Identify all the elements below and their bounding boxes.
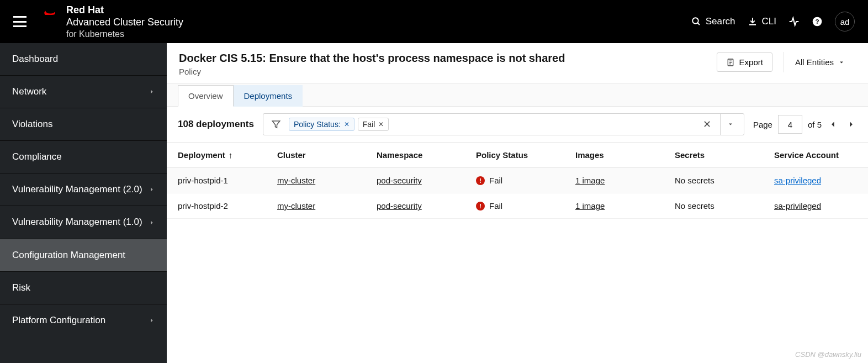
clear-filters-icon[interactable]: ✕ <box>697 118 717 130</box>
svg-text:?: ? <box>815 18 819 25</box>
entities-dropdown[interactable]: All Entities <box>784 52 856 72</box>
status-text: Fail <box>489 176 502 185</box>
sidebar-item-compliance[interactable]: Compliance <box>0 140 167 173</box>
cell-secrets: No secrets <box>675 201 774 211</box>
sidebar-item-dashboard[interactable]: Dashboard <box>0 43 167 75</box>
export-icon <box>726 58 735 67</box>
page-subtitle: Policy <box>179 67 717 76</box>
entities-label: All Entities <box>795 57 834 67</box>
cell-secrets: No secrets <box>675 176 774 185</box>
main-content: Docker CIS 5.15: Ensure that the host's … <box>167 43 868 363</box>
cluster-link[interactable]: my-cluster <box>277 201 315 211</box>
cluster-link[interactable]: my-cluster <box>277 176 315 185</box>
sidebar-item-configuration-management[interactable]: Configuration Management <box>0 239 167 271</box>
sidebar-item-platform-configuration[interactable]: Platform Configuration <box>0 304 167 336</box>
tab-deployments[interactable]: Deployments <box>234 85 303 107</box>
svg-point-1 <box>692 18 698 24</box>
service-account-link[interactable]: sa-privileged <box>774 201 821 211</box>
col-images[interactable]: Images <box>575 150 675 160</box>
download-icon <box>748 17 758 27</box>
deployment-count: 108 deployments <box>178 119 254 130</box>
page-next-icon[interactable] <box>845 120 857 128</box>
table-header: Deployment↑ Cluster Namespace Policy Sta… <box>167 143 868 168</box>
chevron-right-icon <box>149 317 155 324</box>
cell-deployment: priv-hostpid-2 <box>178 201 277 211</box>
search-label: Search <box>706 16 735 27</box>
namespace-link[interactable]: pod-security <box>377 176 422 185</box>
page-total: of 5 <box>808 120 822 129</box>
images-link[interactable]: 1 image <box>575 176 605 185</box>
col-cluster[interactable]: Cluster <box>277 150 377 160</box>
svg-marker-9 <box>272 121 280 128</box>
sidebar-item-vulnerability-management-2-0-[interactable]: Vulnerability Management (2.0) <box>0 173 167 206</box>
remove-chip-icon[interactable]: ✕ <box>378 120 384 128</box>
cell-policy-status: !Fail <box>476 201 575 211</box>
user-avatar[interactable]: ad <box>835 12 855 31</box>
table-row[interactable]: priv-hostpid-1my-clusterpod-security!Fai… <box>167 168 868 193</box>
images-link[interactable]: 1 image <box>575 201 605 211</box>
sidebar-item-label: Vulnerability Management (2.0) <box>12 183 142 196</box>
brand: Red Hat Advanced Cluster Security for Ku… <box>42 4 691 40</box>
service-account-link[interactable]: sa-privileged <box>774 176 821 185</box>
table-row[interactable]: priv-hostpid-2my-clusterpod-security!Fai… <box>167 193 868 219</box>
chevron-right-icon <box>149 186 155 193</box>
sidebar-item-network[interactable]: Network <box>0 75 167 108</box>
col-policy-status[interactable]: Policy Status <box>476 150 575 160</box>
hamburger-menu-icon[interactable] <box>13 16 27 27</box>
page-prev-icon[interactable] <box>827 120 839 128</box>
cell-policy-status: !Fail <box>476 176 575 185</box>
filter-chip-value[interactable]: Fail ✕ <box>358 118 389 131</box>
sidebar-item-label: Dashboard <box>12 53 58 65</box>
cli-label: CLI <box>762 16 776 27</box>
search-button[interactable]: Search <box>691 16 735 27</box>
filter-chip-category[interactable]: Policy Status: ✕ <box>289 118 354 131</box>
deployments-table: Deployment↑ Cluster Namespace Policy Sta… <box>167 143 868 219</box>
col-secrets[interactable]: Secrets <box>675 150 774 160</box>
toolbar: 108 deployments Policy Status: ✕ Fail ✕ … <box>167 107 868 143</box>
sidebar-item-label: Platform Configuration <box>12 314 105 327</box>
col-namespace[interactable]: Namespace <box>377 150 476 160</box>
help-icon[interactable]: ? <box>812 16 823 27</box>
fail-icon: ! <box>476 176 485 185</box>
sidebar-item-violations[interactable]: Violations <box>0 108 167 140</box>
tabs: Overview Deployments <box>167 83 868 107</box>
sidebar-item-vulnerability-management-1-0-[interactable]: Vulnerability Management (1.0) <box>0 206 167 238</box>
cell-deployment: priv-hostpid-1 <box>178 176 277 185</box>
filter-chip-value-label: Fail <box>363 120 375 129</box>
pagination: Page of 5 <box>753 115 857 134</box>
sidebar: DashboardNetworkViolationsComplianceVuln… <box>0 43 167 363</box>
chevron-right-icon <box>149 219 155 227</box>
sidebar-item-label: Risk <box>12 282 30 294</box>
namespace-link[interactable]: pod-security <box>377 201 422 211</box>
watermark: CSDN @dawnsky.liu <box>795 350 861 359</box>
avatar-initials: ad <box>840 17 850 27</box>
page-label: Page <box>753 120 772 129</box>
page-header: Docker CIS 5.15: Ensure that the host's … <box>167 43 868 83</box>
brand-line1: Red Hat <box>66 4 183 17</box>
sidebar-item-risk[interactable]: Risk <box>0 271 167 304</box>
page-input[interactable] <box>778 115 802 134</box>
col-deployment[interactable]: Deployment↑ <box>178 150 277 160</box>
filter-icon <box>267 119 285 129</box>
activity-icon[interactable] <box>788 16 800 27</box>
sidebar-item-label: Violations <box>12 118 52 130</box>
remove-chip-icon[interactable]: ✕ <box>344 120 350 128</box>
sort-asc-icon: ↑ <box>229 150 233 160</box>
filter-box[interactable]: Policy Status: ✕ Fail ✕ ✕ <box>263 113 744 135</box>
col-service-account[interactable]: Service Account <box>774 150 857 160</box>
sidebar-item-label: Configuration Management <box>12 249 125 261</box>
page-title: Docker CIS 5.15: Ensure that the host's … <box>179 52 717 65</box>
svg-point-0 <box>45 8 55 14</box>
brand-line3: for Kubernetes <box>66 29 183 40</box>
sidebar-item-label: Network <box>12 86 46 98</box>
fail-icon: ! <box>476 202 485 211</box>
cli-button[interactable]: CLI <box>748 16 776 27</box>
search-icon <box>691 17 701 27</box>
sidebar-item-label: Compliance <box>12 151 62 163</box>
topbar: Red Hat Advanced Cluster Security for Ku… <box>0 0 868 43</box>
tab-overview[interactable]: Overview <box>178 85 234 107</box>
filter-dropdown-toggle[interactable] <box>720 114 740 135</box>
export-button[interactable]: Export <box>717 52 772 72</box>
chevron-down-icon <box>727 121 734 128</box>
export-label: Export <box>739 57 763 67</box>
